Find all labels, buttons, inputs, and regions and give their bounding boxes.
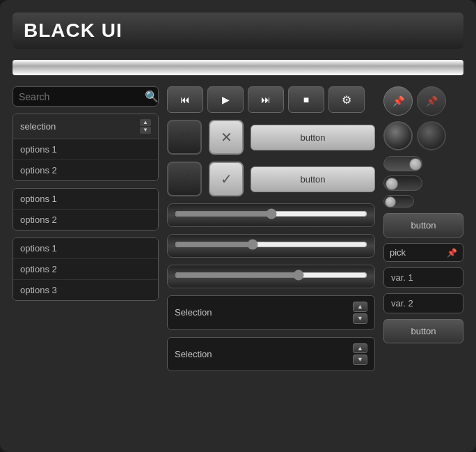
slider-3-wrapper: [167, 265, 375, 288]
spinner-down-button[interactable]: ▼: [140, 127, 151, 134]
list-item[interactable]: options 2: [13, 160, 158, 180]
toggle-2[interactable]: [383, 176, 463, 191]
slider-1[interactable]: [175, 208, 367, 219]
simple-list-1: options 1 options 2: [13, 188, 159, 231]
toggle-1-thumb: [409, 158, 422, 171]
banner-bar: [13, 60, 463, 75]
selection-1-arrows: ▲ ▼: [353, 302, 367, 324]
slider-2-wrapper: [167, 234, 375, 258]
selection-2-down[interactable]: ▼: [353, 354, 367, 365]
header-title: BLACK UI: [24, 20, 122, 41]
list-item[interactable]: options 1: [13, 189, 158, 210]
selection-2-arrows: ▲ ▼: [353, 343, 367, 366]
list-item[interactable]: options 1: [13, 238, 158, 259]
selection-2-text: Selection: [175, 349, 212, 359]
pin-button-1[interactable]: 📌: [383, 86, 413, 116]
selection-2-up[interactable]: ▲: [353, 343, 367, 354]
toggle-small[interactable]: [383, 195, 414, 208]
selection-1-up[interactable]: ▲: [353, 302, 367, 312]
selection-box-2[interactable]: Selection ▲ ▼: [167, 337, 375, 372]
pick-row: pick 📌: [383, 243, 463, 262]
play-button[interactable]: ▶: [207, 86, 244, 113]
stop-button[interactable]: ■: [288, 86, 324, 113]
spinner-buttons: ▲ ▼: [140, 119, 151, 134]
search-input[interactable]: [19, 91, 141, 102]
header: BLACK UI: [13, 13, 463, 49]
dropdown-box: selection ▲ ▼ options 1 options 2: [13, 114, 159, 181]
simple-list-2: options 1 options 2 options 3: [13, 237, 159, 301]
button-1[interactable]: button: [251, 125, 375, 150]
dropdown-selected-text: selection: [20, 121, 56, 132]
main-row: 🔍 selection ▲ ▼ options 1 options 2 opti…: [13, 86, 463, 439]
slider-2[interactable]: [175, 239, 367, 250]
knob-2[interactable]: [417, 121, 446, 150]
toggle-2-track[interactable]: [383, 176, 422, 191]
toggle-2-thumb: [386, 178, 398, 190]
knob-row: [383, 121, 463, 150]
pick-label: pick: [390, 247, 444, 258]
list-item[interactable]: options 1: [13, 139, 158, 160]
toggle-1[interactable]: [383, 156, 463, 171]
search-icon[interactable]: 🔍: [145, 90, 159, 103]
slider-3[interactable]: [175, 270, 367, 281]
settings-button[interactable]: ⚙: [328, 86, 365, 113]
right-button-1[interactable]: button: [383, 213, 463, 237]
slider-1-wrapper: [167, 203, 375, 227]
dropdown-header[interactable]: selection ▲ ▼: [13, 114, 158, 139]
search-box: 🔍: [13, 86, 159, 107]
middle-column: ⏮ ▶ ⏭ ■ ⚙ ✕ ✕ button ✓ ✓ button: [167, 86, 375, 439]
check-dark-button[interactable]: ✓: [167, 162, 202, 196]
right-button-2[interactable]: button: [383, 319, 463, 343]
list-item[interactable]: options 2: [13, 210, 158, 230]
media-controls: ⏮ ▶ ⏭ ■ ⚙: [167, 86, 375, 113]
pick-pin-icon[interactable]: 📌: [447, 248, 457, 258]
button-2[interactable]: button: [251, 166, 375, 192]
var-2-item[interactable]: var. 2: [383, 293, 463, 313]
spinner-up-button[interactable]: ▲: [140, 119, 151, 126]
toggle-small-thumb: [385, 196, 396, 208]
right-column: 📌 📌: [383, 86, 463, 439]
list-item[interactable]: options 3: [13, 280, 158, 300]
main-container: BLACK UI 🔍 selection ▲ ▼ options 1: [0, 0, 476, 452]
ctrl-row-2: ✓ ✓ button: [167, 162, 375, 196]
rewind-button[interactable]: ⏮: [167, 86, 203, 113]
x-dark-button[interactable]: ✕: [167, 120, 202, 155]
left-column: 🔍 selection ▲ ▼ options 1 options 2 opti…: [13, 86, 159, 439]
list-item[interactable]: options 2: [13, 259, 158, 280]
var-1-item[interactable]: var. 1: [383, 267, 463, 288]
forward-button[interactable]: ⏭: [248, 86, 284, 113]
selection-box-1[interactable]: Selection ▲ ▼: [167, 295, 375, 330]
knob-1[interactable]: [383, 121, 413, 150]
toggle-row: [383, 156, 463, 208]
pin-row: 📌 📌: [383, 86, 463, 116]
selection-1-text: Selection: [175, 307, 212, 318]
pin-button-2[interactable]: 📌: [417, 86, 446, 116]
toggle-1-track[interactable]: [383, 156, 422, 171]
selection-1-down[interactable]: ▼: [353, 313, 367, 324]
ctrl-row-1: ✕ ✕ button: [167, 120, 375, 155]
check-light-button[interactable]: ✓: [209, 162, 244, 196]
x-light-button[interactable]: ✕: [209, 120, 244, 155]
